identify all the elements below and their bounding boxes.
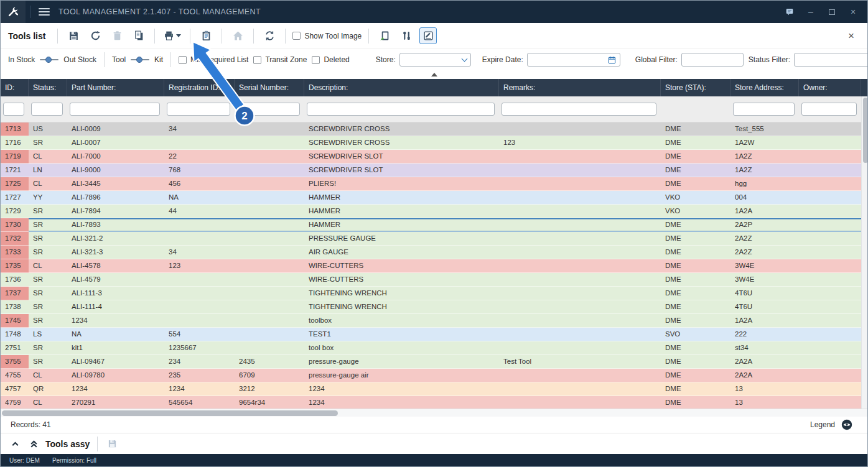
table-row[interactable]: 1745SR1234toolboxDME1A2A: [1, 314, 861, 328]
column-header[interactable]: Status:: [29, 79, 67, 96]
table-row[interactable]: 4755CLALI-097802356709pressure-gauge air…: [1, 369, 861, 382]
expand-all-button[interactable]: [27, 437, 40, 451]
transfer-button[interactable]: [261, 27, 278, 44]
column-header[interactable]: Serial Number:: [235, 79, 304, 96]
column-header[interactable]: Store (STA):: [661, 79, 730, 96]
cell-store: DME: [661, 232, 730, 246]
print-button[interactable]: [162, 27, 183, 44]
assy-save-button[interactable]: [105, 437, 119, 451]
expire-date-input[interactable]: [527, 53, 620, 67]
cell-registration-id: 456: [164, 177, 235, 191]
close-button[interactable]: ×: [844, 4, 862, 19]
print-dropdown-caret-icon[interactable]: [176, 34, 181, 37]
column-header[interactable]: Description:: [304, 79, 499, 96]
tool-settings-button[interactable]: [398, 27, 415, 44]
table-row[interactable]: 1725CLALI-3445456PLIERS!DMEhgg: [1, 177, 861, 191]
cell-owner: [799, 218, 861, 232]
column-filter-input[interactable]: [167, 103, 230, 116]
column-filter-input[interactable]: [733, 103, 795, 116]
table-row[interactable]: 1716SRALI-0007SCREWDRIVER CROSS123DME1A2…: [1, 136, 861, 150]
print-icon: [164, 30, 174, 41]
refresh-button[interactable]: [86, 27, 104, 44]
column-filter-input[interactable]: [31, 103, 63, 116]
delete-button[interactable]: [108, 27, 126, 44]
table-row[interactable]: 1748LSNA554TEST1SVO222: [1, 328, 861, 341]
horizontal-scrollbar-thumb[interactable]: [2, 410, 338, 416]
cell-store-address: 13: [730, 396, 799, 409]
table-row[interactable]: 1733SRALI-321-334AIR GAUGEDME2A2Z: [1, 246, 861, 259]
column-header[interactable]: Registration ID:: [164, 79, 235, 96]
collapse-filters-button[interactable]: [431, 73, 437, 76]
minimize-button[interactable]: –: [801, 4, 820, 19]
cell-registration-id: 34: [164, 123, 235, 136]
column-header[interactable]: Remarks:: [499, 79, 661, 96]
table-row[interactable]: 1735CLALI-4578123WIRE-CUTTERSDME3W4E: [1, 259, 861, 273]
table-row[interactable]: 1721LNALI-9000768SCREWDRIVER SLOTDME1A2Z: [1, 164, 861, 177]
table-row[interactable]: 1736SRALI-4579WIRE-CUTTERSDME3W4E: [1, 273, 861, 287]
table-row[interactable]: 1737SRALI-111-3TIGHTENING WRENCHDME4T6U: [1, 287, 861, 300]
cell-part-number: ALI-111-3: [67, 287, 164, 300]
import-tool-button[interactable]: [376, 27, 393, 44]
cell-part-number: ALI-0007: [67, 136, 164, 150]
column-filter-input[interactable]: [502, 103, 656, 116]
app-window: TOOL MANAGEMENT 2.1.407 - TOOL MANAGEMEN…: [0, 0, 868, 467]
calendar-icon[interactable]: [608, 56, 616, 64]
column-header[interactable]: ID:: [1, 79, 29, 96]
column-filter-input[interactable]: [307, 103, 495, 116]
cell-store: DME: [661, 136, 730, 150]
horizontal-scrollbar[interactable]: [1, 409, 867, 417]
table-header-row: ID:Status:Part Number:Registration ID:Se…: [1, 79, 861, 96]
maximize-button[interactable]: [823, 4, 841, 19]
notification-icon[interactable]: [780, 4, 799, 19]
column-filter-input[interactable]: [3, 103, 24, 116]
stock-toggle[interactable]: [40, 56, 58, 64]
cell-description: pressure-gauge air: [304, 369, 499, 382]
transit-zone-checkbox[interactable]: [253, 56, 261, 64]
menu-icon[interactable]: [36, 4, 52, 20]
table-row[interactable]: 1732SRALI-321-2PRESSURE GAUGEDME2A2Z: [1, 232, 861, 246]
table-row[interactable]: 4759CL2702915456549654r341234DME13: [1, 396, 861, 409]
store-select[interactable]: [399, 53, 471, 67]
legend-eye-icon[interactable]: [841, 419, 852, 430]
cell-status: CL: [29, 177, 67, 191]
filter-cell: [499, 96, 661, 122]
edit-button[interactable]: [419, 27, 437, 44]
deleted-checkbox[interactable]: [312, 56, 320, 64]
toolbar-separator: [368, 29, 369, 44]
table-row[interactable]: 1730SRALI-7893HAMMERDME2A2P: [1, 218, 861, 232]
table-row[interactable]: 1719CLALI-700022SCREWDRIVER SLOTDME1A2Z: [1, 150, 861, 164]
column-header[interactable]: Owner:: [799, 79, 861, 96]
status-filter-select[interactable]: [794, 53, 868, 67]
copy-button[interactable]: [130, 27, 147, 44]
save-button[interactable]: [65, 27, 82, 44]
column-filter-input[interactable]: [70, 103, 160, 116]
paste-tool-list-button[interactable]: [197, 27, 215, 44]
home-button[interactable]: [229, 27, 246, 44]
toolbar-separator: [253, 29, 254, 44]
cell-remarks: [499, 341, 661, 355]
table-row[interactable]: 2751SRkit11235667tool boxDMEst34: [1, 341, 861, 355]
show-tool-image-checkbox[interactable]: [292, 32, 301, 40]
cell-description: toolbox: [304, 314, 499, 328]
close-panel-button[interactable]: ×: [842, 28, 860, 44]
min-required-list-checkbox[interactable]: [179, 56, 187, 64]
cell-serial-number: [235, 328, 304, 341]
column-header[interactable]: Store Address:: [730, 79, 799, 96]
table-row[interactable]: 1729SRALI-789444HAMMERVKO1A2A: [1, 205, 861, 218]
vertical-scrollbar-thumb[interactable]: [863, 98, 867, 163]
column-filter-input[interactable]: [801, 103, 857, 116]
table-row[interactable]: 3755SRALI-094672342435pressure-gaugeTest…: [1, 355, 861, 369]
expand-section-button[interactable]: [8, 437, 22, 451]
vertical-scrollbar[interactable]: [861, 96, 867, 409]
tool-kit-toggle[interactable]: [131, 56, 149, 64]
cell-id: 4759: [1, 396, 29, 409]
column-filter-input[interactable]: [237, 103, 300, 116]
cell-status: SR: [29, 314, 67, 328]
column-header[interactable]: Part Number:: [67, 79, 164, 96]
table-row[interactable]: 4757QR1234123432121234DME13: [1, 382, 861, 396]
table-row[interactable]: 1713USALI-000934SCREWDRIVER CROSSDMETest…: [1, 123, 861, 136]
cell-owner: [799, 314, 861, 328]
table-row[interactable]: 1727YYALI-7896NAHAMMERVKO004: [1, 191, 861, 205]
global-filter-input[interactable]: [681, 53, 744, 67]
table-row[interactable]: 1738SRALI-111-4TIGHTENING WRENCHDME4T6U: [1, 300, 861, 314]
